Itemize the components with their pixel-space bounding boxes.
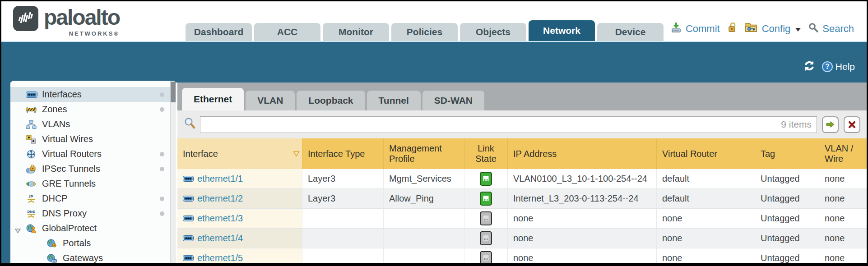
cell-interface-type	[302, 229, 383, 248]
column-header-link-state[interactable]: Link State	[464, 138, 507, 169]
column-header-vlan-wire[interactable]: VLAN / Wire	[819, 138, 867, 169]
cell-management-profile	[383, 209, 464, 228]
interface-link[interactable]: ethernet1/4	[197, 233, 243, 243]
sidebar-item-portals[interactable]: Portals	[10, 236, 176, 251]
interface-link[interactable]: ethernet1/5	[197, 253, 243, 263]
sidebar-item-label: Gateways	[63, 253, 103, 263]
app-frame: paloalto NETWORKS® Dashboard ACC Monitor…	[0, 0, 868, 266]
cell-ip-address: VLAN0100_L3_10-1-100-254--24	[507, 169, 656, 188]
apply-filter-button[interactable]	[822, 116, 839, 133]
sidebar-item-gateways[interactable]: Gateways	[10, 251, 176, 266]
filter-input[interactable]	[200, 116, 817, 133]
left-gutter	[1, 83, 10, 263]
sidebar-item-label: Portals	[63, 238, 91, 248]
interface-link[interactable]: ethernet1/1	[197, 174, 243, 184]
column-header-interface-type[interactable]: Interface Type	[302, 138, 383, 169]
commit-button[interactable]: Commit	[686, 23, 720, 35]
link-state-icon[interactable]	[480, 251, 492, 263]
interface-subtabs: Ethernet VLAN Loopback Tunnel SD-WAN	[177, 83, 867, 110]
sidebar-item-vlans[interactable]: VLANs	[10, 117, 176, 132]
items-count: 9 items	[781, 119, 812, 130]
status-dot	[160, 152, 164, 156]
column-header-tag[interactable]: Tag	[755, 138, 819, 169]
interface-link[interactable]: ethernet1/2	[197, 193, 243, 204]
status-dot	[160, 92, 164, 97]
cell-ip-address: none	[507, 229, 656, 248]
subtab-tunnel[interactable]: Tunnel	[367, 91, 421, 110]
table-row: ethernet1/3 none none Untagged none	[177, 209, 867, 229]
cell-ip-address: Internet_L3_203-0-113-254--24	[507, 189, 656, 208]
sidebar-scrollbar-thumb[interactable]	[171, 82, 176, 102]
refresh-icon[interactable]	[803, 60, 816, 73]
sidebar-item-interfaces[interactable]: Interfaces	[10, 87, 176, 102]
link-state-icon[interactable]	[480, 172, 492, 186]
filter-search-icon	[184, 117, 196, 132]
sidebar-item-ipsec-tunnels[interactable]: IPSec Tunnels	[10, 161, 176, 176]
table-row: ethernet1/5 none none Untagged none	[177, 248, 867, 263]
interfaces-table: Interface Interface Type Management Prof…	[177, 138, 867, 263]
sidebar-item-virtual-wires[interactable]: Virtual Wires	[10, 132, 176, 147]
column-header-management-profile[interactable]: Management Profile	[383, 138, 464, 169]
search-icon[interactable]	[808, 23, 818, 35]
subtab-sdwan[interactable]: SD-WAN	[422, 91, 484, 110]
sidebar-item-gre-tunnels[interactable]: GRE Tunnels	[10, 176, 176, 191]
sidebar-item-label: DNS Proxy	[42, 208, 87, 219]
lock-icon[interactable]	[728, 22, 738, 36]
vlans-icon	[26, 120, 38, 129]
column-header-interface[interactable]: Interface	[177, 138, 291, 169]
search-button[interactable]: Search	[822, 23, 854, 35]
subtab-ethernet[interactable]: Ethernet	[182, 88, 244, 110]
tab-objects[interactable]: Objects	[460, 23, 526, 41]
tab-dashboard[interactable]: Dashboard	[186, 23, 252, 41]
column-header-virtual-router[interactable]: Virtual Router	[656, 138, 755, 169]
sidebar-scrollbar[interactable]	[170, 81, 176, 263]
clear-filter-button[interactable]	[844, 116, 860, 133]
svg-text:DNS: DNS	[28, 210, 36, 214]
subtab-vlan[interactable]: VLAN	[246, 91, 295, 110]
virtual-wires-icon	[26, 135, 38, 144]
sidebar-item-label: DHCP	[42, 193, 68, 204]
main-nav: Dashboard ACC Monitor Policies Objects N…	[186, 20, 664, 41]
main-content: Ethernet VLAN Loopback Tunnel SD-WAN 9 i…	[177, 83, 867, 263]
link-state-icon[interactable]	[480, 231, 492, 245]
tab-device[interactable]: Device	[597, 23, 664, 41]
status-dot	[160, 197, 164, 201]
link-state-icon[interactable]	[480, 192, 492, 206]
interface-link[interactable]: ethernet1/3	[197, 213, 243, 224]
help-icon[interactable]: ?	[822, 61, 833, 72]
sidebar-item-dns-proxy[interactable]: DNS DNS Proxy	[10, 206, 176, 221]
sidebar-item-label: Virtual Routers	[42, 149, 102, 159]
zones-icon	[26, 105, 38, 114]
config-menu[interactable]: Config	[762, 23, 791, 35]
tab-policies[interactable]: Policies	[391, 23, 458, 41]
dns-proxy-icon: DNS	[26, 209, 38, 218]
tab-acc[interactable]: ACC	[254, 23, 320, 41]
dhcp-icon: IP	[26, 194, 38, 203]
cell-vlan-wire: none	[819, 229, 867, 248]
link-state-icon[interactable]	[480, 211, 492, 225]
commit-icon[interactable]	[671, 22, 682, 36]
cell-tag: Untagged	[755, 169, 819, 188]
column-header-ip-address[interactable]: IP Address	[507, 138, 656, 169]
tab-monitor[interactable]: Monitor	[323, 23, 389, 41]
chevron-down-icon[interactable]	[795, 28, 801, 32]
logo-subtext: NETWORKS®	[69, 30, 120, 37]
sidebar-item-virtual-routers[interactable]: Virtual Routers	[10, 147, 176, 161]
sidebar-item-dhcp[interactable]: IP DHCP	[10, 191, 176, 206]
help-label[interactable]: Help	[836, 61, 855, 72]
cell-vlan-wire: none	[819, 248, 867, 263]
sidebar-item-globalprotect[interactable]: GlobalProtect	[10, 221, 176, 236]
subtab-loopback[interactable]: Loopback	[297, 91, 365, 110]
cell-management-profile	[383, 229, 464, 248]
sidebar-item-label: VLANs	[42, 119, 70, 129]
ethernet-port-icon	[183, 253, 194, 263]
table-row: ethernet1/2 Layer3 Allow_Ping Internet_L…	[177, 189, 867, 209]
sidebar-item-label: Interfaces	[42, 89, 82, 100]
sidebar-item-zones[interactable]: Zones	[10, 102, 176, 117]
sort-dropdown-icon[interactable]	[291, 138, 302, 169]
ethernet-port-icon	[183, 213, 194, 224]
expand-triangle-icon[interactable]	[15, 225, 21, 236]
sidebar-item-label: IPSec Tunnels	[42, 164, 100, 174]
tab-network[interactable]: Network	[529, 20, 595, 41]
config-icon[interactable]	[745, 22, 758, 36]
